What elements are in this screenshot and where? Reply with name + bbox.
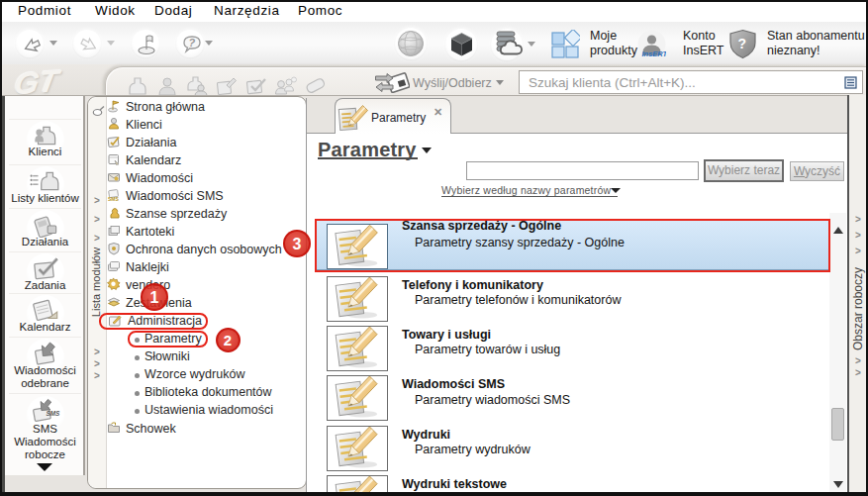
svg-text:SMS: SMS [108,196,120,202]
svg-text:InsERT: InsERT [642,50,667,58]
svg-text:?: ? [189,37,196,49]
svg-text:?: ? [738,36,747,51]
svg-text:SMS: SMS [47,410,61,417]
